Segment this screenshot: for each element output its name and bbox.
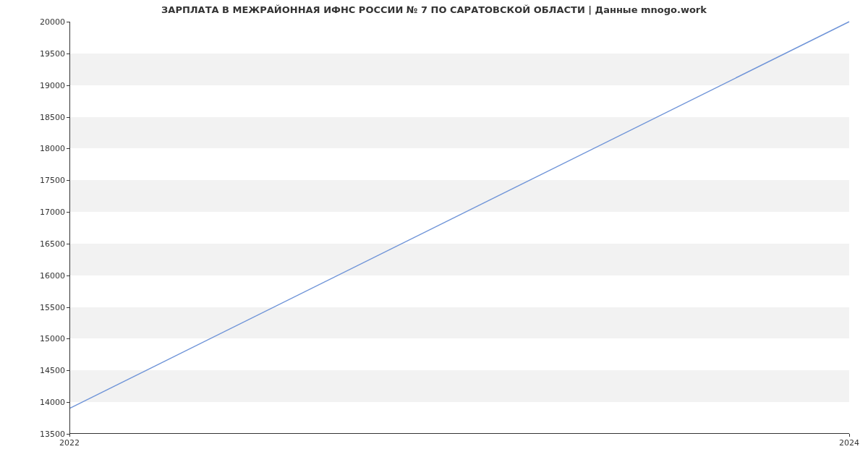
y-tick-mark <box>67 54 69 54</box>
x-tick-mark <box>69 434 70 437</box>
y-tick-mark <box>67 180 69 181</box>
y-tick-mark <box>67 244 69 244</box>
y-tick-label: 17000 <box>22 208 65 217</box>
x-axis-line <box>69 433 849 434</box>
y-axis-line <box>69 22 70 434</box>
y-tick-mark <box>67 85 69 86</box>
y-tick-label: 15000 <box>22 334 65 343</box>
y-tick-mark <box>67 338 69 339</box>
x-tick-mark <box>849 434 850 437</box>
chart-title: ЗАРПЛАТА В МЕЖРАЙОННАЯ ИФНС РОССИИ № 7 П… <box>0 4 868 15</box>
y-tick-label: 16000 <box>22 270 65 280</box>
salary-line-chart: ЗАРПЛАТА В МЕЖРАЙОННАЯ ИФНС РОССИИ № 7 П… <box>0 0 868 470</box>
y-tick-mark <box>67 117 69 118</box>
y-tick-label: 20000 <box>22 17 65 27</box>
y-tick-label: 15500 <box>22 302 65 312</box>
y-tick-label: 14500 <box>22 366 65 375</box>
y-tick-label: 19500 <box>22 48 65 58</box>
y-tick-label: 13500 <box>22 430 65 439</box>
y-tick-mark <box>67 148 69 149</box>
y-tick-label: 14000 <box>22 398 65 407</box>
data-line <box>69 22 849 434</box>
y-tick-label: 19000 <box>22 80 65 90</box>
y-tick-mark <box>67 307 69 308</box>
y-tick-mark <box>67 212 69 213</box>
y-tick-label: 18500 <box>22 112 65 121</box>
y-tick-mark <box>67 402 69 403</box>
y-tick-label: 17500 <box>22 176 65 185</box>
plot-area <box>69 22 849 434</box>
y-tick-mark <box>67 22 69 22</box>
y-tick-mark <box>67 370 69 371</box>
x-tick-label: 2022 <box>59 438 80 448</box>
y-tick-label: 16500 <box>22 239 65 248</box>
x-tick-label: 2024 <box>839 438 859 448</box>
y-tick-mark <box>67 275 69 276</box>
y-tick-label: 18000 <box>22 144 65 153</box>
